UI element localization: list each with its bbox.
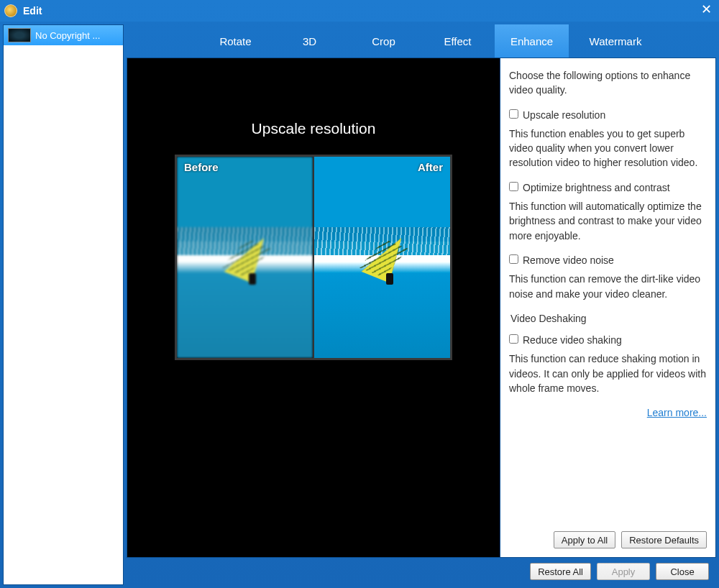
preview-title: Upscale resolution: [252, 120, 376, 137]
option-noise[interactable]: Remove video noise: [509, 253, 707, 267]
app-icon: [4, 4, 17, 17]
option-deshake[interactable]: Reduce video shaking: [509, 333, 707, 347]
panel-button-row: Apply to All Restore Defaults: [509, 527, 707, 551]
sidebar: No Copyright ...: [3, 24, 124, 585]
tab-watermark[interactable]: Watermark: [569, 24, 662, 58]
edit-window: Edit ✕ No Copyright ... Rotate 3D Crop E…: [0, 0, 719, 588]
upscale-desc: This function enables you to get superb …: [509, 127, 707, 170]
footer: Restore All Apply Close: [127, 558, 716, 585]
restore-all-button[interactable]: Restore All: [530, 563, 591, 580]
preview-area: Upscale resolution Before After: [127, 58, 500, 558]
after-image: After: [313, 157, 450, 358]
deshake-desc: This function can reduce shaking motion …: [509, 352, 707, 395]
learn-more-row: Learn more...: [509, 405, 707, 420]
tab-enhance[interactable]: Enhance: [495, 24, 569, 58]
brightness-label[interactable]: Optimize brightness and contrast: [523, 180, 670, 195]
noise-desc: This function can remove the dirt-like v…: [509, 272, 707, 301]
panel-intro: Choose the following options to enhance …: [509, 68, 707, 98]
tab-rotate[interactable]: Rotate: [198, 24, 273, 58]
tab-spacer: [127, 24, 198, 58]
before-label: Before: [184, 161, 219, 173]
noise-label[interactable]: Remove video noise: [523, 253, 614, 267]
close-icon[interactable]: ✕: [697, 1, 715, 17]
main-column: Rotate 3D Crop Effect Enhance Watermark …: [127, 24, 716, 585]
upscale-checkbox[interactable]: [509, 109, 518, 119]
apply-button[interactable]: Apply: [597, 563, 650, 580]
before-image: Before: [177, 157, 313, 358]
content-row: Upscale resolution Before After: [127, 58, 716, 558]
video-thumbnail: [8, 28, 31, 42]
upscale-label[interactable]: Upscale resolution: [523, 108, 605, 122]
after-label: After: [418, 161, 443, 173]
restore-defaults-button[interactable]: Restore Defaults: [621, 531, 707, 548]
body: No Copyright ... Rotate 3D Crop Effect E…: [0, 22, 719, 588]
brightness-checkbox[interactable]: [509, 182, 518, 191]
noise-checkbox[interactable]: [509, 254, 518, 264]
sidebar-item-video[interactable]: No Copyright ...: [4, 25, 123, 45]
sidebar-item-label: No Copyright ...: [35, 30, 100, 41]
titlebar: Edit ✕: [0, 0, 719, 22]
enhance-panel: Choose the following options to enhance …: [500, 58, 716, 558]
option-brightness[interactable]: Optimize brightness and contrast: [509, 180, 707, 195]
tab-crop[interactable]: Crop: [347, 24, 421, 58]
option-upscale[interactable]: Upscale resolution: [509, 108, 707, 122]
tab-bar: Rotate 3D Crop Effect Enhance Watermark: [127, 24, 716, 58]
deshake-checkbox[interactable]: [509, 334, 518, 344]
close-button[interactable]: Close: [656, 563, 709, 580]
window-title: Edit: [23, 5, 42, 17]
tab-effect[interactable]: Effect: [421, 24, 495, 58]
apply-to-all-button[interactable]: Apply to All: [554, 531, 615, 548]
deshake-label[interactable]: Reduce video shaking: [523, 333, 622, 347]
before-after-box: Before After: [175, 155, 452, 360]
tab-3d[interactable]: 3D: [273, 24, 347, 58]
brightness-desc: This function will automatically optimiz…: [509, 199, 707, 243]
deshake-header: Video Deshaking: [510, 311, 707, 326]
learn-more-link[interactable]: Learn more...: [647, 407, 707, 418]
